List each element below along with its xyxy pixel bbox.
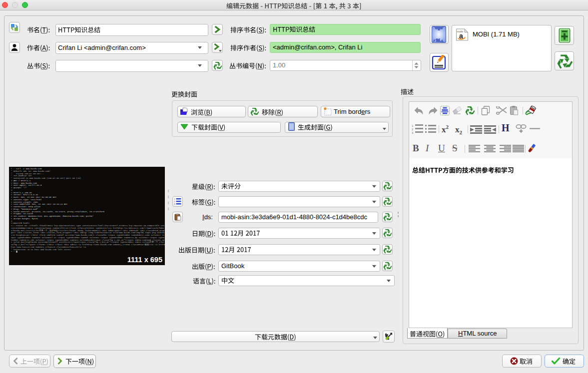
svg-text:3: 3 (412, 131, 414, 134)
svg-text:3: 3 (174, 203, 175, 205)
svg-text:1: 1 (412, 124, 414, 127)
svg-text:a: a (459, 32, 463, 40)
svg-text:2: 2 (412, 128, 414, 131)
